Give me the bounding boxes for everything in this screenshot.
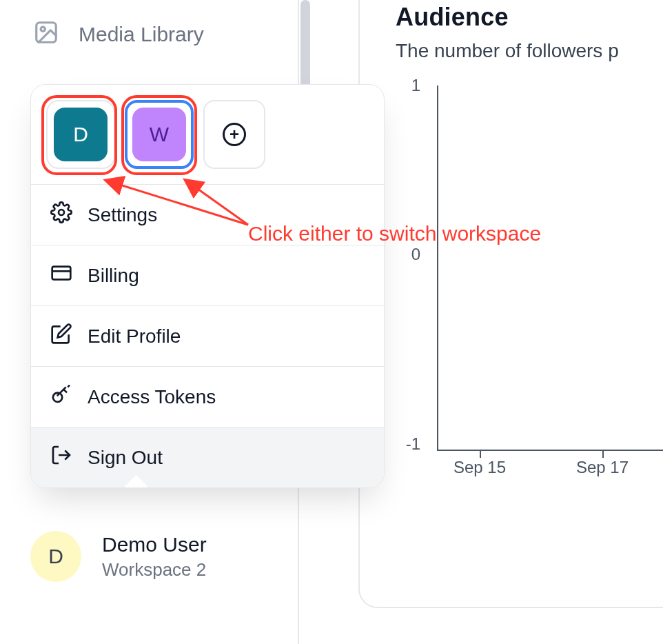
gear-icon [50, 201, 72, 228]
menu-item-edit-profile[interactable]: Edit Profile [31, 306, 384, 367]
svg-rect-3 [52, 267, 71, 280]
image-icon [33, 19, 59, 50]
account-popup: D W + Settings Billing Edit Profile [30, 84, 385, 488]
account-name: Demo User [102, 533, 207, 556]
audience-chart: 1 0 -1 Sep 15 Sep 17 Sep 1 [396, 85, 663, 472]
svg-point-1 [41, 27, 45, 31]
main-content: Audience The number of followers p 1 0 -… [358, 0, 663, 644]
menu-item-settings[interactable]: Settings [31, 185, 384, 245]
menu-item-label: Sign Out [88, 447, 163, 469]
svg-point-2 [59, 210, 64, 215]
workspace-initial: W [150, 123, 169, 146]
sidebar-item-label: Media Library [79, 23, 204, 46]
account-text: Demo User Workspace 2 [102, 533, 207, 581]
key-icon [50, 383, 72, 410]
sign-out-icon [50, 444, 72, 471]
scrollbar[interactable] [300, 0, 310, 90]
menu-item-access-tokens[interactable]: Access Tokens [31, 367, 384, 427]
workspace-button-d[interactable]: D [46, 100, 115, 169]
chart-y-tick: 1 [396, 76, 420, 95]
sidebar-item-media-library[interactable]: Media Library [0, 0, 298, 69]
chart-x-tick: Sep 17 [576, 458, 629, 477]
workspace-initial: D [73, 123, 88, 146]
menu-item-billing[interactable]: Billing [31, 245, 384, 306]
plus-icon: + [223, 123, 246, 146]
workspace-chip: W [132, 108, 186, 161]
add-workspace-button[interactable]: + [203, 100, 265, 169]
chart-x-notch [480, 451, 481, 458]
audience-card: Audience The number of followers p 1 0 -… [358, 0, 663, 608]
card-title: Audience [396, 3, 663, 32]
account-workspace: Workspace 2 [102, 559, 207, 581]
menu-item-label: Billing [88, 265, 139, 287]
chart-plot-area [437, 85, 663, 451]
chart-x-notch [602, 451, 604, 458]
menu-item-label: Edit Profile [88, 325, 181, 348]
chart-y-tick: 0 [396, 245, 420, 264]
account-switcher[interactable]: D Demo User Workspace 2 [30, 531, 207, 582]
avatar-initial: D [48, 545, 63, 568]
avatar: D [30, 531, 81, 582]
menu-item-label: Settings [88, 204, 157, 226]
chart-x-tick: Sep 15 [453, 458, 506, 477]
credit-card-icon [50, 262, 72, 289]
workspace-chip: D [54, 108, 108, 161]
workspace-button-w[interactable]: W [125, 100, 194, 169]
menu-item-label: Access Tokens [88, 386, 216, 408]
card-subtitle: The number of followers p [396, 40, 663, 62]
menu-item-sign-out[interactable]: Sign Out [31, 427, 384, 487]
edit-icon [50, 323, 72, 350]
chart-y-tick: -1 [396, 434, 420, 454]
workspace-switcher-row: D W + [31, 85, 384, 185]
